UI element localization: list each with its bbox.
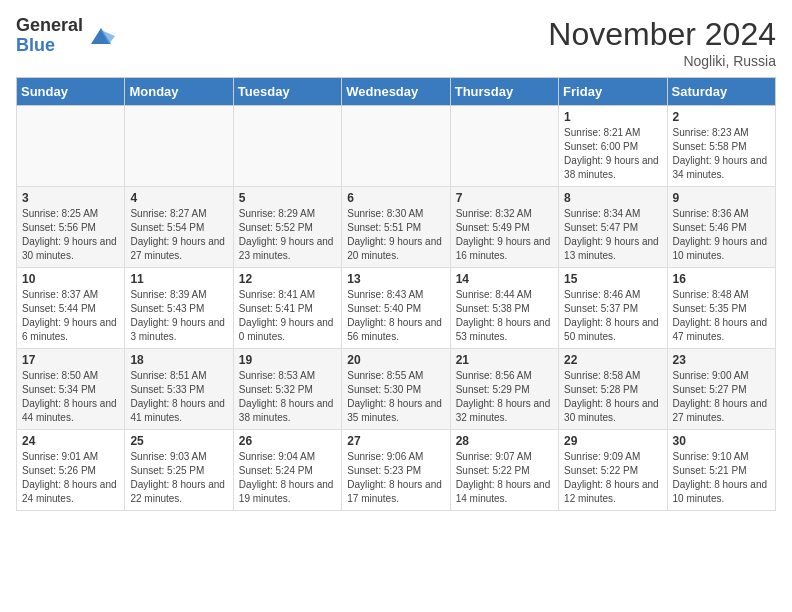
day-number: 16	[673, 272, 770, 286]
calendar-cell: 2Sunrise: 8:23 AM Sunset: 5:58 PM Daylig…	[667, 106, 775, 187]
day-number: 26	[239, 434, 336, 448]
day-number: 8	[564, 191, 661, 205]
calendar-cell: 4Sunrise: 8:27 AM Sunset: 5:54 PM Daylig…	[125, 187, 233, 268]
calendar-cell: 3Sunrise: 8:25 AM Sunset: 5:56 PM Daylig…	[17, 187, 125, 268]
day-number: 30	[673, 434, 770, 448]
day-number: 23	[673, 353, 770, 367]
calendar: Sunday Monday Tuesday Wednesday Thursday…	[16, 77, 776, 511]
header: General Blue November 2024 Nogliki, Russ…	[16, 16, 776, 69]
day-number: 15	[564, 272, 661, 286]
day-info: Sunrise: 8:36 AM Sunset: 5:46 PM Dayligh…	[673, 207, 770, 263]
day-info: Sunrise: 8:51 AM Sunset: 5:33 PM Dayligh…	[130, 369, 227, 425]
calendar-cell: 5Sunrise: 8:29 AM Sunset: 5:52 PM Daylig…	[233, 187, 341, 268]
day-number: 13	[347, 272, 444, 286]
calendar-cell: 27Sunrise: 9:06 AM Sunset: 5:23 PM Dayli…	[342, 430, 450, 511]
calendar-cell	[17, 106, 125, 187]
day-number: 18	[130, 353, 227, 367]
calendar-week-4: 24Sunrise: 9:01 AM Sunset: 5:26 PM Dayli…	[17, 430, 776, 511]
day-info: Sunrise: 8:43 AM Sunset: 5:40 PM Dayligh…	[347, 288, 444, 344]
day-number: 29	[564, 434, 661, 448]
day-info: Sunrise: 8:23 AM Sunset: 5:58 PM Dayligh…	[673, 126, 770, 182]
day-info: Sunrise: 9:09 AM Sunset: 5:22 PM Dayligh…	[564, 450, 661, 506]
calendar-cell: 1Sunrise: 8:21 AM Sunset: 6:00 PM Daylig…	[559, 106, 667, 187]
calendar-cell: 26Sunrise: 9:04 AM Sunset: 5:24 PM Dayli…	[233, 430, 341, 511]
calendar-cell: 6Sunrise: 8:30 AM Sunset: 5:51 PM Daylig…	[342, 187, 450, 268]
day-number: 24	[22, 434, 119, 448]
calendar-cell: 24Sunrise: 9:01 AM Sunset: 5:26 PM Dayli…	[17, 430, 125, 511]
calendar-cell: 30Sunrise: 9:10 AM Sunset: 5:21 PM Dayli…	[667, 430, 775, 511]
calendar-cell: 8Sunrise: 8:34 AM Sunset: 5:47 PM Daylig…	[559, 187, 667, 268]
col-tuesday: Tuesday	[233, 78, 341, 106]
day-number: 2	[673, 110, 770, 124]
calendar-cell	[450, 106, 558, 187]
day-info: Sunrise: 8:25 AM Sunset: 5:56 PM Dayligh…	[22, 207, 119, 263]
calendar-cell: 20Sunrise: 8:55 AM Sunset: 5:30 PM Dayli…	[342, 349, 450, 430]
day-number: 9	[673, 191, 770, 205]
logo-icon	[87, 22, 115, 50]
calendar-cell: 14Sunrise: 8:44 AM Sunset: 5:38 PM Dayli…	[450, 268, 558, 349]
title-area: November 2024 Nogliki, Russia	[548, 16, 776, 69]
calendar-cell: 29Sunrise: 9:09 AM Sunset: 5:22 PM Dayli…	[559, 430, 667, 511]
col-wednesday: Wednesday	[342, 78, 450, 106]
day-number: 6	[347, 191, 444, 205]
day-info: Sunrise: 8:41 AM Sunset: 5:41 PM Dayligh…	[239, 288, 336, 344]
day-number: 20	[347, 353, 444, 367]
logo: General Blue	[16, 16, 115, 56]
day-info: Sunrise: 8:29 AM Sunset: 5:52 PM Dayligh…	[239, 207, 336, 263]
day-number: 28	[456, 434, 553, 448]
day-info: Sunrise: 8:48 AM Sunset: 5:35 PM Dayligh…	[673, 288, 770, 344]
col-saturday: Saturday	[667, 78, 775, 106]
day-info: Sunrise: 8:50 AM Sunset: 5:34 PM Dayligh…	[22, 369, 119, 425]
day-number: 27	[347, 434, 444, 448]
day-number: 3	[22, 191, 119, 205]
day-info: Sunrise: 8:53 AM Sunset: 5:32 PM Dayligh…	[239, 369, 336, 425]
calendar-cell: 12Sunrise: 8:41 AM Sunset: 5:41 PM Dayli…	[233, 268, 341, 349]
col-sunday: Sunday	[17, 78, 125, 106]
calendar-cell: 28Sunrise: 9:07 AM Sunset: 5:22 PM Dayli…	[450, 430, 558, 511]
calendar-cell: 15Sunrise: 8:46 AM Sunset: 5:37 PM Dayli…	[559, 268, 667, 349]
day-info: Sunrise: 8:58 AM Sunset: 5:28 PM Dayligh…	[564, 369, 661, 425]
day-number: 1	[564, 110, 661, 124]
calendar-cell: 18Sunrise: 8:51 AM Sunset: 5:33 PM Dayli…	[125, 349, 233, 430]
day-info: Sunrise: 8:32 AM Sunset: 5:49 PM Dayligh…	[456, 207, 553, 263]
col-thursday: Thursday	[450, 78, 558, 106]
calendar-cell: 21Sunrise: 8:56 AM Sunset: 5:29 PM Dayli…	[450, 349, 558, 430]
day-number: 5	[239, 191, 336, 205]
day-number: 12	[239, 272, 336, 286]
calendar-cell: 13Sunrise: 8:43 AM Sunset: 5:40 PM Dayli…	[342, 268, 450, 349]
calendar-week-1: 3Sunrise: 8:25 AM Sunset: 5:56 PM Daylig…	[17, 187, 776, 268]
calendar-cell: 9Sunrise: 8:36 AM Sunset: 5:46 PM Daylig…	[667, 187, 775, 268]
day-info: Sunrise: 8:21 AM Sunset: 6:00 PM Dayligh…	[564, 126, 661, 182]
calendar-cell: 22Sunrise: 8:58 AM Sunset: 5:28 PM Dayli…	[559, 349, 667, 430]
day-info: Sunrise: 8:37 AM Sunset: 5:44 PM Dayligh…	[22, 288, 119, 344]
day-info: Sunrise: 9:07 AM Sunset: 5:22 PM Dayligh…	[456, 450, 553, 506]
day-info: Sunrise: 8:55 AM Sunset: 5:30 PM Dayligh…	[347, 369, 444, 425]
logo-blue: Blue	[16, 36, 83, 56]
day-info: Sunrise: 8:34 AM Sunset: 5:47 PM Dayligh…	[564, 207, 661, 263]
calendar-cell: 16Sunrise: 8:48 AM Sunset: 5:35 PM Dayli…	[667, 268, 775, 349]
logo-general: General	[16, 16, 83, 36]
day-info: Sunrise: 8:44 AM Sunset: 5:38 PM Dayligh…	[456, 288, 553, 344]
day-info: Sunrise: 9:01 AM Sunset: 5:26 PM Dayligh…	[22, 450, 119, 506]
day-info: Sunrise: 8:39 AM Sunset: 5:43 PM Dayligh…	[130, 288, 227, 344]
day-number: 11	[130, 272, 227, 286]
day-info: Sunrise: 8:27 AM Sunset: 5:54 PM Dayligh…	[130, 207, 227, 263]
calendar-cell: 10Sunrise: 8:37 AM Sunset: 5:44 PM Dayli…	[17, 268, 125, 349]
calendar-cell: 23Sunrise: 9:00 AM Sunset: 5:27 PM Dayli…	[667, 349, 775, 430]
day-number: 10	[22, 272, 119, 286]
calendar-week-2: 10Sunrise: 8:37 AM Sunset: 5:44 PM Dayli…	[17, 268, 776, 349]
day-info: Sunrise: 8:56 AM Sunset: 5:29 PM Dayligh…	[456, 369, 553, 425]
calendar-cell: 11Sunrise: 8:39 AM Sunset: 5:43 PM Dayli…	[125, 268, 233, 349]
month-title: November 2024	[548, 16, 776, 53]
calendar-week-0: 1Sunrise: 8:21 AM Sunset: 6:00 PM Daylig…	[17, 106, 776, 187]
calendar-cell	[342, 106, 450, 187]
calendar-cell: 25Sunrise: 9:03 AM Sunset: 5:25 PM Dayli…	[125, 430, 233, 511]
calendar-cell	[125, 106, 233, 187]
calendar-cell: 17Sunrise: 8:50 AM Sunset: 5:34 PM Dayli…	[17, 349, 125, 430]
calendar-header-row: Sunday Monday Tuesday Wednesday Thursday…	[17, 78, 776, 106]
day-number: 19	[239, 353, 336, 367]
day-number: 25	[130, 434, 227, 448]
day-info: Sunrise: 9:10 AM Sunset: 5:21 PM Dayligh…	[673, 450, 770, 506]
calendar-cell: 7Sunrise: 8:32 AM Sunset: 5:49 PM Daylig…	[450, 187, 558, 268]
day-info: Sunrise: 8:46 AM Sunset: 5:37 PM Dayligh…	[564, 288, 661, 344]
